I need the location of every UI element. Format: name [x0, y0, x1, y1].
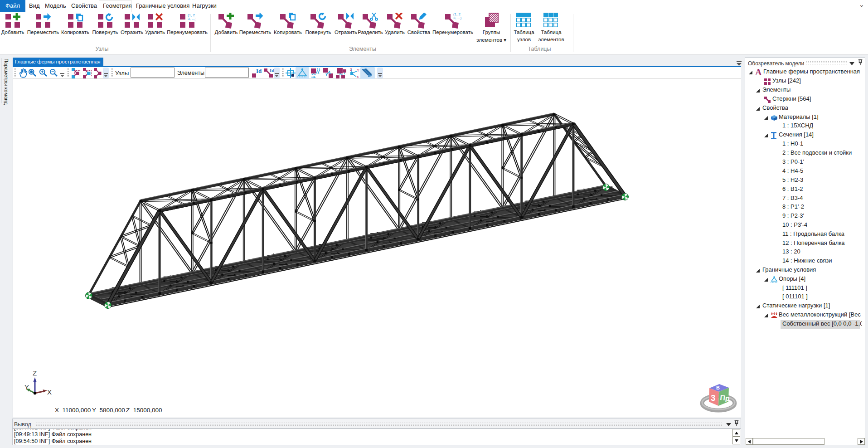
svg-text:3, ...): 3, ...) [453, 16, 461, 20]
svg-text:Y: Y [24, 383, 29, 391]
svg-text:x: x [357, 74, 359, 79]
svg-text:Пр: Пр [720, 394, 730, 402]
svg-text:Id: Id [256, 68, 262, 74]
svg-text:Y: Y [357, 68, 359, 73]
svg-text:3, ...): 3, ...) [188, 17, 195, 21]
svg-text:z: z [350, 67, 352, 72]
svg-text:X: X [47, 388, 52, 396]
svg-text:Z: Z [33, 369, 37, 377]
svg-text:В: В [716, 385, 720, 390]
svg-text:3: 3 [711, 393, 716, 403]
